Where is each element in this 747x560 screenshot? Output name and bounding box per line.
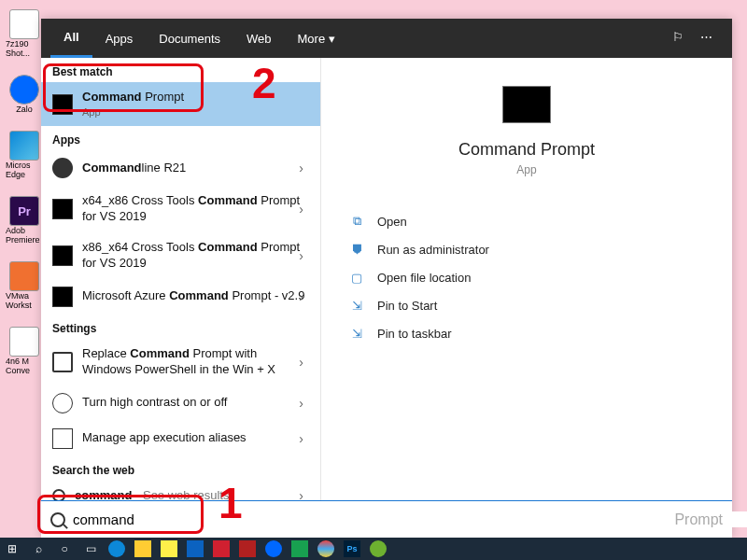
results-column: Best match Command PromptApp Apps Comman… xyxy=(41,58,321,500)
taskbar-zalo-icon[interactable] xyxy=(265,540,282,557)
pin-icon: ⇲ xyxy=(349,298,364,313)
action-open[interactable]: ⧉Open xyxy=(349,214,713,229)
taskbar-mail-icon[interactable] xyxy=(187,540,204,557)
chevron-right-icon: › xyxy=(299,396,303,411)
result-x86-x64-vs[interactable]: x86_x64 Cross Tools Command Prompt for V… xyxy=(41,232,320,279)
chevron-right-icon: › xyxy=(299,202,303,217)
admin-icon: ⛊ xyxy=(349,242,364,257)
result-app-aliases[interactable]: Manage app execution aliases › xyxy=(41,421,320,456)
taskbar: ⊞ ⌕ ○ ▭ Ps xyxy=(0,538,747,560)
tab-documents[interactable]: Documents xyxy=(146,19,233,58)
taskbar-explorer-icon[interactable] xyxy=(134,540,151,557)
pin-icon: ⇲ xyxy=(349,326,364,341)
action-run-admin[interactable]: ⛊Run as administrator xyxy=(349,242,713,257)
taskbar-chrome-icon[interactable] xyxy=(317,540,334,557)
feedback-icon[interactable]: ⚐ xyxy=(672,30,689,47)
cortana-icon[interactable]: ○ xyxy=(56,540,73,557)
app-icon xyxy=(52,158,73,178)
command-prompt-icon xyxy=(52,287,73,307)
annotation-box-2 xyxy=(43,63,204,112)
chevron-right-icon: › xyxy=(299,161,303,175)
desktop-icon-zalo[interactable]: Zalo xyxy=(6,75,43,114)
preview-column: Command Prompt App ⧉Open ⛊Run as adminis… xyxy=(321,58,732,500)
task-view-icon[interactable]: ▭ xyxy=(82,540,99,557)
desktop-icon-vmware[interactable]: VMwa Workst xyxy=(6,261,43,310)
preview-type: App xyxy=(516,163,536,176)
preview-title: Command Prompt xyxy=(458,140,595,160)
taskbar-office-icon[interactable] xyxy=(239,540,256,557)
desktop-icon-edge[interactable]: Micros Edge xyxy=(6,131,43,179)
command-prompt-icon xyxy=(52,199,73,219)
taskbar-edge-icon[interactable] xyxy=(108,540,125,557)
chevron-right-icon: › xyxy=(299,488,303,500)
desktop-icons: 7z190 Shot... Zalo Micros Edge PrAdob Pr… xyxy=(6,9,43,375)
tab-web[interactable]: Web xyxy=(233,19,285,58)
tab-more[interactable]: More ▾ xyxy=(285,19,348,58)
taskbar-app-icon[interactable] xyxy=(370,540,387,557)
tab-all[interactable]: All xyxy=(50,19,92,58)
contrast-icon xyxy=(52,393,73,413)
laptop-icon xyxy=(52,352,73,372)
chevron-right-icon: › xyxy=(299,289,303,304)
chevron-right-icon: › xyxy=(299,248,303,263)
tab-apps[interactable]: Apps xyxy=(92,19,147,58)
command-prompt-icon xyxy=(52,245,73,266)
section-search-web: Search the web xyxy=(41,456,320,481)
folder-icon: ▢ xyxy=(349,270,364,285)
annotation-box-1 xyxy=(37,495,204,534)
result-high-contrast[interactable]: Turn high contrast on or off › xyxy=(41,385,320,421)
action-pin-start[interactable]: ⇲Pin to Start xyxy=(349,298,713,313)
preview-command-prompt-icon xyxy=(502,86,551,123)
result-x64-x86-vs[interactable]: x64_x86 Cross Tools Command Prompt for V… xyxy=(41,186,320,232)
taskbar-search-icon[interactable]: ⌕ xyxy=(30,540,47,557)
more-options-icon[interactable]: ⋯ xyxy=(700,30,717,47)
annotation-number-1: 1 xyxy=(218,478,243,528)
section-apps: Apps xyxy=(41,126,320,150)
desktop-icon-4n6[interactable]: 4n6 M Conve xyxy=(6,327,43,375)
open-icon: ⧉ xyxy=(349,214,364,229)
annotation-number-2: 2 xyxy=(252,58,276,108)
desktop-icon-7zip[interactable]: 7z190 Shot... xyxy=(6,9,43,58)
search-tabs: All Apps Documents Web More ▾ ⚐ ⋯ xyxy=(41,19,732,58)
taskbar-photoshop-icon[interactable]: Ps xyxy=(344,540,360,557)
list-icon xyxy=(52,428,73,449)
chevron-right-icon: › xyxy=(299,431,303,446)
taskbar-folder-icon[interactable] xyxy=(161,540,177,557)
taskbar-line-icon[interactable] xyxy=(291,540,308,557)
result-azure-cmd[interactable]: Microsoft Azure Command Prompt - v2.9 › xyxy=(41,279,320,315)
desktop-icon-premiere[interactable]: PrAdob Premiere xyxy=(6,196,43,245)
chevron-right-icon: › xyxy=(299,355,303,370)
start-button[interactable]: ⊞ xyxy=(4,540,21,557)
section-settings: Settings xyxy=(41,315,320,339)
action-open-location[interactable]: ▢Open file location xyxy=(349,270,713,285)
result-commandline-r21[interactable]: Commandline R21 › xyxy=(41,150,320,186)
action-pin-taskbar[interactable]: ⇲Pin to taskbar xyxy=(349,326,713,341)
taskbar-store-icon[interactable] xyxy=(213,540,230,557)
result-replace-cmd-ps[interactable]: Replace Command Prompt with Windows Powe… xyxy=(41,339,320,385)
